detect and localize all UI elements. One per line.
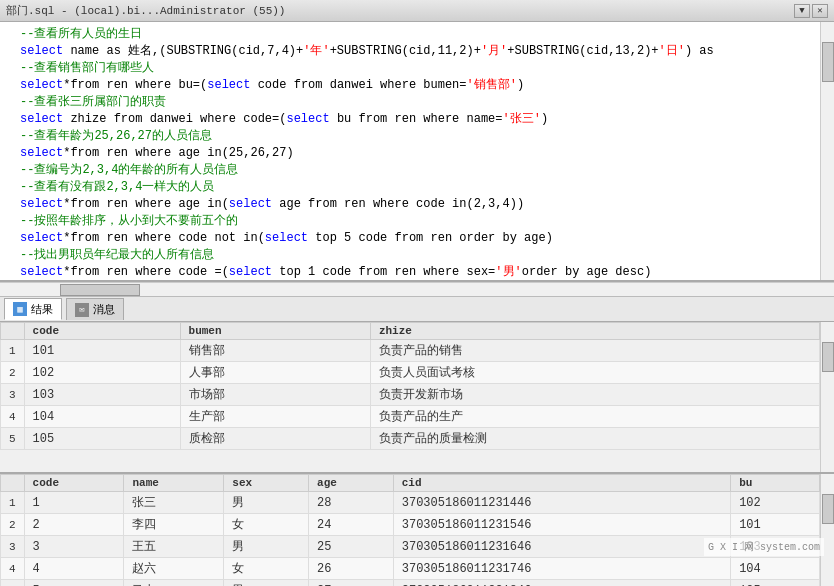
code-line-5: --查看张三所属部门的职责: [20, 94, 830, 111]
code-line-12: --按照年龄排序，从小到大不要前五个的: [20, 213, 830, 230]
table-row: 22李四女24370305186011231546101: [1, 514, 820, 536]
editor-vertical-scrollbar[interactable]: [820, 22, 834, 280]
results-table2-scrollbar-thumb[interactable]: [822, 494, 834, 524]
table-row: 4104生产部负责产品的生产: [1, 406, 820, 428]
window-title: 部门.sql - (local).bi...Administrator (55)…: [6, 3, 285, 18]
code-line-4: select*from ren where bu=(select code fr…: [20, 77, 830, 94]
editor-area[interactable]: --查看所有人员的生日 select name as 姓名,(SUBSTRING…: [0, 22, 834, 282]
editor-h-scrollbar-thumb[interactable]: [60, 284, 140, 296]
results-table1-content: code bumen zhize 1101销售部负责产品的销售2102人事部负责…: [0, 322, 820, 472]
code-line-8: select*from ren where age in(25,26,27): [20, 145, 830, 162]
results-table2-wrapper: code name sex age cid bu 11张三男2837030518…: [0, 472, 834, 586]
table-row: 55马七男27370305186011231846105: [1, 580, 820, 587]
results-icon: ▦: [13, 302, 27, 316]
table2-header-bu: bu: [731, 475, 820, 492]
editor-horizontal-scrollbar[interactable]: [0, 282, 834, 296]
table-row: 3103市场部负责开发新市场: [1, 384, 820, 406]
tab-messages-label: 消息: [93, 302, 115, 317]
results-table1-wrapper: code bumen zhize 1101销售部负责产品的销售2102人事部负责…: [0, 322, 834, 472]
tab-results-label: 结果: [31, 302, 53, 317]
table-row: 1101销售部负责产品的销售: [1, 340, 820, 362]
table2-header-row: code name sex age cid bu: [1, 475, 820, 492]
table2-header-age: age: [309, 475, 394, 492]
tab-results[interactable]: ▦ 结果: [4, 298, 62, 320]
window-controls: ▼ ✕: [794, 4, 828, 18]
table-row: 11张三男28370305186011231446102: [1, 492, 820, 514]
code-line-1: --查看所有人员的生日: [20, 26, 830, 43]
code-line-11: select*from ren where age in(select age …: [20, 196, 830, 213]
code-line-6: select zhize from danwei where code=(sel…: [20, 111, 830, 128]
code-line-13: select*from ren where code not in(select…: [20, 230, 830, 247]
title-bar: 部门.sql - (local).bi...Administrator (55)…: [0, 0, 834, 22]
table-row: 5105质检部负责产品的质量检测: [1, 428, 820, 450]
comment-1: --查看所有人员的生日: [20, 27, 142, 41]
tab-messages[interactable]: ✉ 消息: [66, 298, 124, 320]
table-row: 2102人事部负责人员面试考核: [1, 362, 820, 384]
code-line-15: select*from ren where code =(select top …: [20, 264, 830, 280]
table2-header-cid: cid: [393, 475, 730, 492]
table2-header-sex: sex: [224, 475, 309, 492]
table1-header-code: code: [24, 323, 180, 340]
code-line-2: select name as 姓名,(SUBSTRING(cid,7,4)+'年…: [20, 43, 830, 60]
editor-scrollbar-thumb[interactable]: [822, 42, 834, 82]
table1-header-row: code bumen zhize: [1, 323, 820, 340]
close-button[interactable]: ✕: [812, 4, 828, 18]
code-line-9: --查编号为2,3,4的年龄的所有人员信息: [20, 162, 830, 179]
pin-button[interactable]: ▼: [794, 4, 810, 18]
results-table2-content: code name sex age cid bu 11张三男2837030518…: [0, 474, 820, 586]
code-line-10: --查看有没有跟2,3,4一样大的人员: [20, 179, 830, 196]
editor-content[interactable]: --查看所有人员的生日 select name as 姓名,(SUBSTRING…: [0, 22, 834, 280]
results-table2-scrollbar[interactable]: [820, 474, 834, 586]
table-row: 44赵六女26370305186011231746104: [1, 558, 820, 580]
code-line-14: --找出男职员年纪最大的人所有信息: [20, 247, 830, 264]
code-line-3: --查看销售部门有哪些人: [20, 60, 830, 77]
code-line-7: --查看年龄为25,26,27的人员信息: [20, 128, 830, 145]
results-table1-scrollbar-thumb[interactable]: [822, 342, 834, 372]
table1-header-rownum: [1, 323, 25, 340]
table2-header-code: code: [24, 475, 124, 492]
tabs-bar: ▦ 结果 ✉ 消息: [0, 296, 834, 322]
table-row: 33王五男25370305186011231646103: [1, 536, 820, 558]
results-table1: code bumen zhize 1101销售部负责产品的销售2102人事部负责…: [0, 322, 820, 450]
watermark: G X I 网 system.com: [704, 538, 824, 556]
results-table1-scrollbar[interactable]: [820, 322, 834, 472]
table1-header-bumen: bumen: [180, 323, 370, 340]
table2-header-name: name: [124, 475, 224, 492]
results-table2: code name sex age cid bu 11张三男2837030518…: [0, 474, 820, 586]
table1-header-zhize: zhize: [370, 323, 819, 340]
table2-header-rownum: [1, 475, 25, 492]
messages-icon: ✉: [75, 303, 89, 317]
